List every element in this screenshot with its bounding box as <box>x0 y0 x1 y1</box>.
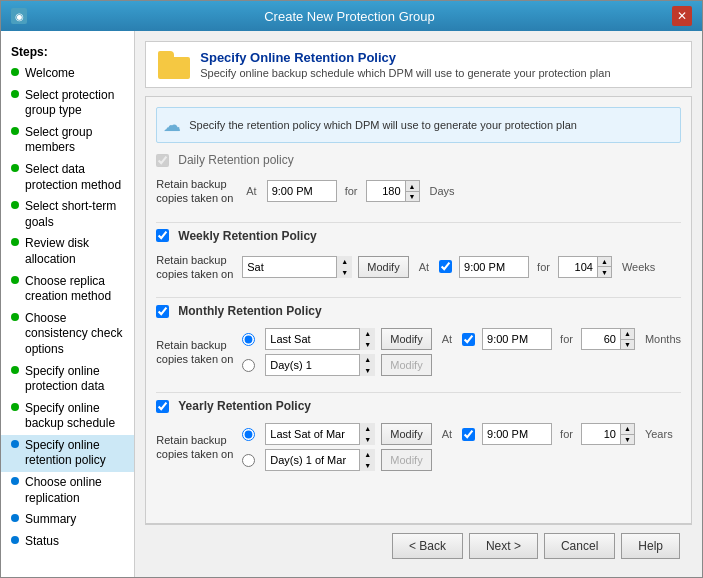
monthly-option1-arrows: ▲ ▼ <box>359 328 375 350</box>
monthly-option2-arrow-down[interactable]: ▼ <box>360 365 375 376</box>
yearly-for-label: for <box>560 428 573 440</box>
cloud-icon: ☁ <box>163 114 181 136</box>
weekly-weeks-spinbox: ▲ ▼ <box>598 256 612 278</box>
monthly-policy-section: Monthly Retention Policy Retain backup c… <box>156 304 681 380</box>
yearly-option2-arrow-down[interactable]: ▼ <box>360 460 375 471</box>
sidebar-item-welcome[interactable]: Welcome <box>1 63 134 85</box>
weekly-modify-button[interactable]: Modify <box>358 256 408 278</box>
weekly-weeks-spin-down[interactable]: ▼ <box>598 267 611 277</box>
yearly-time-input[interactable] <box>482 423 552 445</box>
yearly-years-spin-up[interactable]: ▲ <box>621 424 634 435</box>
daily-days-spin-up[interactable]: ▲ <box>406 181 419 192</box>
cancel-button[interactable]: Cancel <box>544 533 615 559</box>
monthly-policy-label: Monthly Retention Policy <box>178 304 321 318</box>
yearly-years-spin-down[interactable]: ▼ <box>621 435 634 445</box>
weekly-weeks-input[interactable] <box>558 256 598 278</box>
weekly-policy-checkbox[interactable] <box>156 229 169 242</box>
dot-icon <box>11 366 19 374</box>
monthly-option1-arrow-down[interactable]: ▼ <box>360 339 375 350</box>
monthly-option1-radio[interactable] <box>242 333 255 346</box>
monthly-at-label: At <box>442 333 452 345</box>
sidebar-item-online-backup-schedule[interactable]: Specify online backup schedule <box>1 398 134 435</box>
sidebar-item-label: Review disk allocation <box>25 236 126 267</box>
sidebar-item-label: Status <box>25 534 59 550</box>
monthly-months-spin-up[interactable]: ▲ <box>621 329 634 340</box>
page-title: Specify Online Retention Policy <box>200 50 610 65</box>
yearly-option2-arrow-up[interactable]: ▲ <box>360 449 375 460</box>
divider-3 <box>156 392 681 393</box>
dot-icon <box>11 68 19 76</box>
dot-icon <box>11 164 19 172</box>
yearly-modify2-button[interactable]: Modify <box>381 449 431 471</box>
monthly-policy-checkbox[interactable] <box>156 305 169 318</box>
yearly-modify1-button[interactable]: Modify <box>381 423 431 445</box>
sidebar-item-summary[interactable]: Summary <box>1 509 134 531</box>
monthly-months-spin-down[interactable]: ▼ <box>621 340 634 350</box>
sidebar-item-consistency-check[interactable]: Choose consistency check options <box>1 308 134 361</box>
sidebar-item-label: Select protection group type <box>25 88 126 119</box>
daily-time-input[interactable] <box>267 180 337 202</box>
weekly-weeks-spin-up[interactable]: ▲ <box>598 257 611 268</box>
yearly-option2-radio[interactable] <box>242 454 255 467</box>
yearly-policy-label: Yearly Retention Policy <box>178 399 311 413</box>
monthly-option2-arrow-up[interactable]: ▲ <box>360 354 375 365</box>
monthly-retain-label: Retain backup copies taken on <box>156 338 236 367</box>
sidebar-item-online-replication[interactable]: Choose online replication <box>1 472 134 509</box>
monthly-months-input[interactable] <box>581 328 621 350</box>
yearly-years-input[interactable] <box>581 423 621 445</box>
weekly-time-checkbox[interactable] <box>439 260 452 273</box>
help-button[interactable]: Help <box>621 533 680 559</box>
daily-retention-row: Retain backup copies taken on At for ▲ ▼… <box>156 173 681 210</box>
sidebar-item-group-members[interactable]: Select group members <box>1 122 134 159</box>
yearly-option1-arrow-up[interactable]: ▲ <box>360 423 375 434</box>
dot-icon <box>11 403 19 411</box>
dot-icon <box>11 276 19 284</box>
next-button[interactable]: Next > <box>469 533 538 559</box>
monthly-option1-arrow-up[interactable]: ▲ <box>360 328 375 339</box>
sidebar-item-disk-allocation[interactable]: Review disk allocation <box>1 233 134 270</box>
back-button[interactable]: < Back <box>392 533 463 559</box>
monthly-option2-radio[interactable] <box>242 359 255 372</box>
yearly-policy-checkbox[interactable] <box>156 400 169 413</box>
section-description: ☁ Specify the retention policy which DPM… <box>156 107 681 143</box>
weekly-weeks-container: ▲ ▼ <box>558 256 612 278</box>
dot-icon <box>11 477 19 485</box>
daily-days-spin-down[interactable]: ▼ <box>406 192 419 202</box>
daily-days-input[interactable] <box>366 180 406 202</box>
yearly-option1-arrow-down[interactable]: ▼ <box>360 434 375 445</box>
daily-days-container: ▲ ▼ <box>366 180 420 202</box>
sidebar-item-protection-group-type[interactable]: Select protection group type <box>1 85 134 122</box>
weekly-time-input[interactable] <box>459 256 529 278</box>
dot-icon <box>11 90 19 98</box>
weekly-at-label: At <box>419 261 429 273</box>
sidebar-item-data-protection-method[interactable]: Select data protection method <box>1 159 134 196</box>
weekly-time-field <box>439 256 529 278</box>
window-title: Create New Protection Group <box>27 9 672 24</box>
dot-icon <box>11 536 19 544</box>
daily-policy-section: Daily Retention policy Retain backup cop… <box>156 153 681 210</box>
sidebar-item-online-protection-data[interactable]: Specify online protection data <box>1 361 134 398</box>
monthly-time-input[interactable] <box>482 328 552 350</box>
sidebar-item-replica-creation[interactable]: Choose replica creation method <box>1 271 134 308</box>
dot-icon <box>11 440 19 448</box>
monthly-time-checkbox[interactable] <box>462 333 475 346</box>
sidebar-item-short-term-goals[interactable]: Select short-term goals <box>1 196 134 233</box>
close-button[interactable]: ✕ <box>672 6 692 26</box>
sidebar-item-online-retention-policy[interactable]: Specify online retention policy <box>1 435 134 472</box>
weekly-policy-label: Weekly Retention Policy <box>178 229 317 243</box>
sidebar-item-label: Specify online backup schedule <box>25 401 126 432</box>
weekly-retain-label: Retain backup copies taken on <box>156 253 236 282</box>
yearly-time-checkbox[interactable] <box>462 428 475 441</box>
sidebar-item-status[interactable]: Status <box>1 531 134 553</box>
daily-policy-checkbox[interactable] <box>156 154 169 167</box>
weekly-policy-checkbox-row: Weekly Retention Policy <box>156 229 681 243</box>
weekly-day-arrow-down[interactable]: ▼ <box>337 267 352 278</box>
monthly-modify2-button[interactable]: Modify <box>381 354 431 376</box>
monthly-modify1-button[interactable]: Modify <box>381 328 431 350</box>
weekly-for-label: for <box>537 261 550 273</box>
weekly-day-arrow-up[interactable]: ▲ <box>337 256 352 267</box>
yearly-option1-radio[interactable] <box>242 428 255 441</box>
monthly-option2-dropdown-container: ▲ ▼ <box>265 354 375 376</box>
yearly-policy-checkbox-row: Yearly Retention Policy <box>156 399 681 413</box>
yearly-unit-label: Years <box>645 428 673 440</box>
